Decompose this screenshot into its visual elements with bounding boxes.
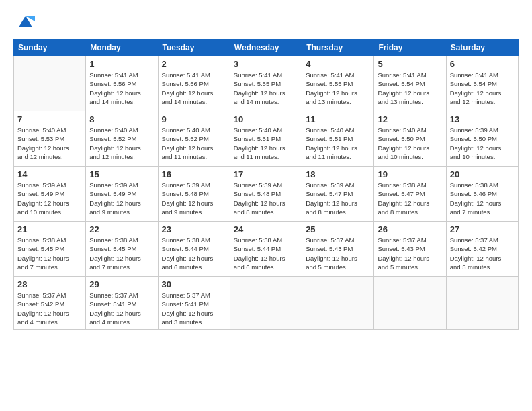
calendar-cell: 18Sunrise: 5:39 AM Sunset: 5:47 PM Dayli…	[302, 167, 374, 222]
calendar-cell	[14, 56, 86, 111]
day-info: Sunrise: 5:40 AM Sunset: 5:51 PM Dayligh…	[234, 126, 298, 161]
calendar-cell: 22Sunrise: 5:38 AM Sunset: 5:45 PM Dayli…	[86, 222, 158, 277]
day-number: 9	[162, 114, 226, 124]
calendar-cell: 28Sunrise: 5:37 AM Sunset: 5:42 PM Dayli…	[14, 277, 86, 330]
calendar-header-row: SundayMondayTuesdayWednesdayThursdayFrid…	[14, 40, 519, 56]
day-number: 12	[378, 114, 442, 124]
calendar-cell: 10Sunrise: 5:40 AM Sunset: 5:51 PM Dayli…	[230, 111, 302, 167]
calendar-cell: 24Sunrise: 5:38 AM Sunset: 5:44 PM Dayli…	[230, 222, 302, 277]
header	[13, 12, 519, 31]
day-info: Sunrise: 5:40 AM Sunset: 5:51 PM Dayligh…	[306, 126, 370, 161]
day-number: 1	[89, 59, 154, 69]
calendar-cell: 5Sunrise: 5:41 AM Sunset: 5:54 PM Daylig…	[374, 56, 446, 111]
day-number: 10	[234, 114, 298, 124]
calendar-cell: 4Sunrise: 5:41 AM Sunset: 5:55 PM Daylig…	[302, 56, 374, 111]
day-info: Sunrise: 5:37 AM Sunset: 5:41 PM Dayligh…	[162, 291, 226, 326]
day-info: Sunrise: 5:41 AM Sunset: 5:55 PM Dayligh…	[306, 71, 370, 106]
calendar-cell: 20Sunrise: 5:38 AM Sunset: 5:46 PM Dayli…	[446, 167, 518, 222]
day-info: Sunrise: 5:40 AM Sunset: 5:52 PM Dayligh…	[89, 126, 154, 161]
day-number: 21	[17, 224, 82, 234]
day-info: Sunrise: 5:38 AM Sunset: 5:44 PM Dayligh…	[234, 236, 298, 271]
calendar-header-thursday: Thursday	[302, 40, 374, 56]
day-number: 11	[306, 114, 370, 124]
calendar-cell: 29Sunrise: 5:37 AM Sunset: 5:41 PM Dayli…	[86, 277, 158, 330]
calendar-cell: 25Sunrise: 5:37 AM Sunset: 5:43 PM Dayli…	[302, 222, 374, 277]
calendar-week-5: 28Sunrise: 5:37 AM Sunset: 5:42 PM Dayli…	[14, 277, 519, 330]
day-info: Sunrise: 5:41 AM Sunset: 5:56 PM Dayligh…	[162, 71, 226, 106]
calendar-cell: 13Sunrise: 5:39 AM Sunset: 5:50 PM Dayli…	[446, 111, 518, 167]
day-info: Sunrise: 5:39 AM Sunset: 5:47 PM Dayligh…	[306, 181, 370, 216]
day-number: 30	[162, 279, 226, 289]
day-info: Sunrise: 5:38 AM Sunset: 5:45 PM Dayligh…	[89, 236, 154, 271]
day-number: 27	[450, 224, 515, 234]
calendar-cell	[302, 277, 374, 330]
calendar-week-1: 1Sunrise: 5:41 AM Sunset: 5:56 PM Daylig…	[14, 56, 519, 111]
day-info: Sunrise: 5:41 AM Sunset: 5:54 PM Dayligh…	[378, 71, 442, 106]
day-number: 20	[450, 169, 515, 179]
day-number: 22	[89, 224, 154, 234]
calendar-week-3: 14Sunrise: 5:39 AM Sunset: 5:49 PM Dayli…	[14, 167, 519, 222]
calendar-cell: 30Sunrise: 5:37 AM Sunset: 5:41 PM Dayli…	[158, 277, 230, 330]
calendar-cell: 6Sunrise: 5:41 AM Sunset: 5:54 PM Daylig…	[446, 56, 518, 111]
day-info: Sunrise: 5:40 AM Sunset: 5:53 PM Dayligh…	[17, 126, 82, 161]
day-number: 13	[450, 114, 515, 124]
calendar-cell	[230, 277, 302, 330]
day-info: Sunrise: 5:39 AM Sunset: 5:49 PM Dayligh…	[17, 181, 82, 216]
calendar-header-monday: Monday	[86, 40, 158, 56]
calendar-cell: 12Sunrise: 5:40 AM Sunset: 5:50 PM Dayli…	[374, 111, 446, 167]
day-number: 25	[306, 224, 370, 234]
day-info: Sunrise: 5:37 AM Sunset: 5:41 PM Dayligh…	[89, 291, 154, 326]
day-number: 24	[234, 224, 298, 234]
calendar-week-4: 21Sunrise: 5:38 AM Sunset: 5:45 PM Dayli…	[14, 222, 519, 277]
calendar-cell: 1Sunrise: 5:41 AM Sunset: 5:56 PM Daylig…	[86, 56, 158, 111]
logo-icon	[16, 12, 35, 31]
calendar-cell: 15Sunrise: 5:39 AM Sunset: 5:49 PM Dayli…	[86, 167, 158, 222]
day-number: 6	[450, 59, 515, 69]
calendar-cell: 21Sunrise: 5:38 AM Sunset: 5:45 PM Dayli…	[14, 222, 86, 277]
calendar-header-sunday: Sunday	[14, 40, 86, 56]
logo	[13, 12, 35, 31]
calendar-cell	[374, 277, 446, 330]
calendar-cell: 17Sunrise: 5:39 AM Sunset: 5:48 PM Dayli…	[230, 167, 302, 222]
day-info: Sunrise: 5:37 AM Sunset: 5:42 PM Dayligh…	[450, 236, 515, 271]
calendar-header-tuesday: Tuesday	[158, 40, 230, 56]
day-number: 17	[234, 169, 298, 179]
day-info: Sunrise: 5:41 AM Sunset: 5:54 PM Dayligh…	[450, 71, 515, 106]
calendar-cell: 26Sunrise: 5:37 AM Sunset: 5:43 PM Dayli…	[374, 222, 446, 277]
calendar-cell: 7Sunrise: 5:40 AM Sunset: 5:53 PM Daylig…	[14, 111, 86, 167]
calendar-week-2: 7Sunrise: 5:40 AM Sunset: 5:53 PM Daylig…	[14, 111, 519, 167]
calendar-cell: 27Sunrise: 5:37 AM Sunset: 5:42 PM Dayli…	[446, 222, 518, 277]
day-info: Sunrise: 5:40 AM Sunset: 5:50 PM Dayligh…	[378, 126, 442, 161]
day-number: 28	[17, 279, 82, 289]
calendar-header-saturday: Saturday	[446, 40, 518, 56]
page: SundayMondayTuesdayWednesdayThursdayFrid…	[0, 0, 532, 411]
day-number: 2	[162, 59, 226, 69]
calendar-cell: 16Sunrise: 5:39 AM Sunset: 5:48 PM Dayli…	[158, 167, 230, 222]
calendar-header-friday: Friday	[374, 40, 446, 56]
day-number: 4	[306, 59, 370, 69]
calendar-cell: 19Sunrise: 5:38 AM Sunset: 5:47 PM Dayli…	[374, 167, 446, 222]
day-number: 23	[162, 224, 226, 234]
day-number: 19	[378, 169, 442, 179]
day-info: Sunrise: 5:41 AM Sunset: 5:55 PM Dayligh…	[234, 71, 298, 106]
day-number: 8	[89, 114, 154, 124]
day-number: 29	[89, 279, 154, 289]
day-number: 14	[17, 169, 82, 179]
day-info: Sunrise: 5:38 AM Sunset: 5:44 PM Dayligh…	[162, 236, 226, 271]
calendar-cell	[446, 277, 518, 330]
day-info: Sunrise: 5:37 AM Sunset: 5:43 PM Dayligh…	[306, 236, 370, 271]
calendar-header-wednesday: Wednesday	[230, 40, 302, 56]
day-info: Sunrise: 5:37 AM Sunset: 5:42 PM Dayligh…	[17, 291, 82, 326]
day-info: Sunrise: 5:38 AM Sunset: 5:45 PM Dayligh…	[17, 236, 82, 271]
calendar-cell: 2Sunrise: 5:41 AM Sunset: 5:56 PM Daylig…	[158, 56, 230, 111]
day-info: Sunrise: 5:40 AM Sunset: 5:52 PM Dayligh…	[162, 126, 226, 161]
day-number: 5	[378, 59, 442, 69]
day-number: 26	[378, 224, 442, 234]
day-info: Sunrise: 5:39 AM Sunset: 5:49 PM Dayligh…	[89, 181, 154, 216]
calendar-table: SundayMondayTuesdayWednesdayThursdayFrid…	[13, 39, 519, 330]
day-info: Sunrise: 5:39 AM Sunset: 5:50 PM Dayligh…	[450, 126, 515, 161]
day-info: Sunrise: 5:37 AM Sunset: 5:43 PM Dayligh…	[378, 236, 442, 271]
day-number: 3	[234, 59, 298, 69]
calendar-cell: 11Sunrise: 5:40 AM Sunset: 5:51 PM Dayli…	[302, 111, 374, 167]
day-number: 15	[89, 169, 154, 179]
